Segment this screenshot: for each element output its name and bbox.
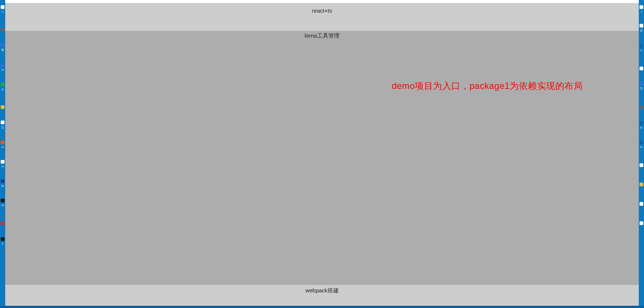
link-icon-label: N	[640, 126, 643, 129]
music-icon[interactable]: m	[0, 138, 5, 149]
wubi-icon[interactable]: 五	[0, 118, 5, 129]
layout-footer-band: webpack搭建	[5, 285, 639, 308]
link-icon-glyph	[640, 121, 643, 125]
sublime-icon-glyph	[1, 179, 4, 183]
bin2-icon-glyph	[640, 221, 643, 225]
x-icon[interactable]: X	[0, 234, 5, 246]
store-icon[interactable]: 管	[0, 41, 5, 52]
link2-icon[interactable]: N	[639, 138, 644, 149]
wubi-icon-label: 五	[1, 125, 4, 129]
store-icon-glyph	[1, 43, 4, 47]
app-icon[interactable]	[0, 22, 5, 33]
file-icon-label: m	[1, 165, 4, 168]
bin2-icon[interactable]	[639, 215, 644, 226]
link2-icon-glyph	[640, 141, 643, 144]
bin-icon-glyph	[640, 202, 643, 206]
pkg-icon-glyph	[640, 183, 643, 186]
folder-icon-label: n	[2, 10, 3, 13]
shortcut2-icon-label: 节	[640, 87, 643, 91]
x-icon-glyph	[1, 237, 4, 241]
pycharm-icon-glyph	[1, 105, 4, 109]
x-icon-label: X	[1, 242, 3, 246]
app2-icon-label: os	[1, 203, 4, 207]
chrome-icon-label: g	[2, 87, 3, 91]
doc-icon[interactable]: 存	[639, 22, 644, 33]
app2-icon-glyph	[1, 199, 4, 202]
link2-icon-label: N	[640, 145, 643, 149]
desktop: n管mg五mmsbosX react+ts lerna工具管理 demo项目为入…	[0, 0, 644, 308]
gear-icon-glyph	[640, 44, 643, 48]
file-icon[interactable]: m	[0, 157, 5, 168]
folder-icon-glyph	[1, 5, 4, 9]
blank-icon-glyph	[640, 67, 643, 70]
app3-icon-glyph	[640, 105, 643, 109]
doc-icon-glyph	[640, 24, 643, 28]
file-icon-glyph	[1, 160, 4, 164]
folder3-icon[interactable]	[639, 157, 644, 168]
folder2-icon[interactable]: t	[639, 2, 644, 13]
shortcut-icon-label: m	[1, 68, 4, 71]
gear-icon[interactable]: n	[639, 41, 644, 52]
browser-window: react+ts lerna工具管理 demo项目为入口，package1为依赖…	[5, 0, 639, 308]
app-icon-glyph	[1, 28, 4, 32]
shortcut2-icon-glyph	[640, 82, 643, 86]
link-icon[interactable]: N	[639, 118, 644, 129]
folder-icon[interactable]: n	[0, 2, 5, 13]
wubi-icon-glyph	[1, 121, 4, 124]
layout-middle-label: lerna工具管理	[305, 32, 339, 39]
shortcut-icon[interactable]: m	[0, 60, 5, 71]
folder2-icon-label: t	[641, 10, 642, 13]
chrome-icon[interactable]: g	[0, 80, 5, 91]
chrome-icon-glyph	[1, 83, 4, 86]
store-icon-label: 管	[1, 48, 4, 52]
ubuntu-icon-glyph	[1, 221, 4, 225]
music-icon-glyph	[1, 141, 4, 144]
folder3-icon-glyph	[640, 163, 643, 167]
layout-middle-band: lerna工具管理 demo项目为入口，package1为依赖实现的布局	[5, 31, 639, 285]
desktop-right-icons: t存n节NN	[639, 0, 644, 308]
layout-header-band: react+ts	[5, 3, 639, 31]
pycharm-icon[interactable]	[0, 99, 5, 110]
gear-icon-label: n	[641, 49, 642, 52]
shortcut2-icon[interactable]: 节	[639, 80, 644, 91]
ubuntu-icon[interactable]	[0, 215, 5, 226]
taskbar-fragment	[0, 306, 644, 308]
music-icon-label: m	[1, 145, 4, 149]
app3-icon[interactable]	[639, 99, 644, 110]
sublime-icon-label: sb	[1, 184, 4, 187]
shortcut-icon-glyph	[1, 63, 4, 67]
app2-icon[interactable]: os	[0, 196, 5, 207]
blank-icon[interactable]	[639, 60, 644, 71]
sublime-icon[interactable]: sb	[0, 176, 5, 187]
bin-icon[interactable]	[639, 196, 644, 207]
doc-icon-label: 存	[640, 29, 643, 33]
desktop-left-icons: n管mg五mmsbosX	[0, 0, 5, 308]
window-titlebar-fragment	[5, 0, 639, 3]
pkg-icon[interactable]	[639, 176, 644, 187]
folder2-icon-glyph	[640, 5, 643, 9]
annotation-text: demo项目为入口，package1为依赖实现的布局	[392, 80, 583, 92]
